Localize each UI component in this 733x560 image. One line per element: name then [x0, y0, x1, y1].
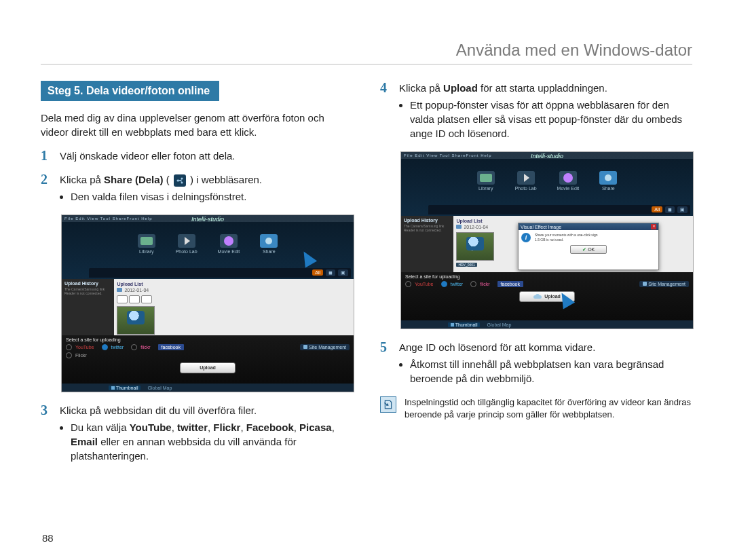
upload-history-label: Upload History	[64, 281, 111, 286]
svc-flickr: flickr	[138, 345, 152, 350]
info-dialog: Visual Effect Image× i Share your moment…	[518, 223, 659, 270]
svc-twitter: twitter	[109, 345, 126, 350]
nav-movie-edit: Movie Edit	[557, 186, 580, 191]
nav-library: Library	[139, 249, 153, 254]
nav-photolab: Photo Lab	[515, 186, 537, 191]
mock-app-title: Intelli-studio	[191, 216, 224, 223]
b-youtube: YouTube	[130, 422, 172, 433]
step-2: 2 Klicka på Share (Dela) ( ) i webbläsar…	[41, 172, 353, 205]
upload-history-label: Upload History	[404, 218, 451, 223]
library-icon	[138, 234, 155, 248]
photolab-icon	[178, 234, 195, 248]
step-text: Välj önskade videor eller foton att dela…	[60, 149, 353, 163]
screenshot-share-window: File Edit View Tool ShareFront Help Inte…	[61, 214, 354, 392]
step-5: 5 Ange ID och lösenord för att komma vid…	[380, 340, 692, 387]
step-text-pre: Klicka på	[399, 82, 443, 94]
footer-thumbnail: Thumbnail	[116, 386, 138, 390]
upload-list-label: Upload List	[117, 282, 351, 286]
ok-button: OK	[570, 245, 607, 254]
upload-button: Upload	[180, 362, 236, 373]
screenshot-upload-popup: File Edit View Tool ShareFront Help Inte…	[400, 151, 694, 329]
intro-text: Dela med dig av dina upplevelser genom a…	[41, 111, 353, 139]
share-bold: Share (Dela)	[104, 174, 164, 185]
chip-icon: ▣	[338, 269, 348, 276]
step-3: 3 Klicka på webbsidan dit du vill överfö…	[41, 403, 353, 464]
photolab-icon	[517, 171, 535, 185]
file-name-chip: HDV_0001	[456, 263, 476, 267]
chip-icon: ◼	[665, 206, 675, 213]
page-title: Använda med en Windows-dator	[41, 41, 692, 64]
footer-thumbnail: Thumbnail	[455, 322, 478, 327]
close-icon: ×	[651, 224, 656, 229]
chip-all: All	[652, 206, 662, 212]
nav-share-icon	[260, 234, 278, 248]
footer-global-map: Global Map	[147, 386, 172, 390]
step-5-bullet: Åtkomst till innehåll på webbplatsen kan…	[410, 357, 692, 386]
chip-all: All	[312, 269, 323, 276]
nav-library: Library	[478, 186, 493, 191]
play-overlay-icon	[472, 242, 478, 251]
upload-bold: Upload	[443, 82, 478, 94]
svc-flickr: flickr	[478, 282, 491, 286]
movie-edit-icon	[220, 234, 238, 248]
mock-app-title: Intelli-studio	[531, 153, 563, 160]
b-picasa: Picasa	[299, 422, 332, 433]
page-number: 88	[42, 532, 54, 544]
video-thumbnail	[117, 306, 155, 335]
step-text: Klicka på webbsidan dit du vill överföra…	[60, 405, 257, 416]
cloud-icon	[533, 294, 542, 299]
movie-edit-icon	[559, 171, 577, 185]
b-twitter: twitter	[177, 422, 208, 433]
nav-share: Share	[602, 186, 615, 191]
step-text-post: för att starta uppladdningen.	[478, 82, 607, 94]
b-email: Email	[71, 436, 98, 447]
date-folder: 2012-01-04	[464, 225, 488, 229]
step-number: 3	[41, 403, 52, 464]
date-folder: 2012-01-04	[124, 288, 149, 293]
step-text-post: ) i webbläsaren.	[190, 174, 262, 185]
select-site-label: Select a site for uploading	[66, 337, 350, 342]
share-icon	[174, 174, 186, 187]
dialog-line1: Share your moments with a one-click sign	[535, 233, 598, 237]
step-4-bullet: Ett popup-fönster visas för att öppna we…	[410, 98, 692, 141]
site-management-button: Site Management	[639, 281, 689, 287]
note-icon	[380, 396, 396, 413]
dialog-title: Visual Effect Image	[521, 224, 561, 230]
svc-facebook: facebook	[497, 281, 523, 287]
bullet-pre: Du kan välja	[71, 422, 130, 433]
nav-photolab: Photo Lab	[176, 249, 198, 254]
bullet-post: eller en annan webbsida du vill använda …	[71, 436, 297, 462]
step-1: 1 Välj önskade videor eller foton att de…	[41, 149, 353, 163]
info-icon: i	[521, 233, 531, 242]
site-management-button: Site Management	[300, 344, 350, 350]
step-text-pre: Klicka på	[60, 174, 104, 185]
chip-icon: ◼	[326, 269, 335, 276]
step-text-mid: (	[166, 174, 170, 185]
b-facebook: Facebook	[246, 422, 294, 433]
nav-share-icon	[599, 171, 617, 185]
svc-facebook: facebook	[158, 344, 184, 350]
svc-twitter: twitter	[449, 282, 466, 286]
svg-point-2	[181, 182, 183, 184]
dialog-line2: 1.5 GB is not used.	[535, 238, 564, 242]
step-number: 2	[41, 172, 52, 205]
library-icon	[477, 171, 495, 185]
video-thumbnail	[456, 232, 494, 261]
step-number: 5	[380, 340, 391, 387]
svc-flickr-2: Flickr	[73, 353, 89, 358]
svg-point-1	[181, 178, 183, 180]
footer-global-map: Global Map	[487, 322, 511, 327]
step-4: 4 Klicka på Upload för att starta upplad…	[380, 81, 692, 142]
nav-movie-edit: Movie Edit	[218, 249, 240, 254]
svc-youtube: YouTube	[413, 282, 436, 286]
step-5-label: Steg 5. Dela videor/foton online	[41, 81, 219, 101]
step-number: 1	[41, 149, 52, 163]
select-site-label: Select a site for uploading	[405, 274, 689, 279]
step-text: Ange ID och lösenord för att komma vidar…	[399, 341, 595, 353]
note-box: Inspelningstid och tillgänglig kapacitet…	[380, 396, 692, 421]
step-number: 4	[380, 81, 391, 142]
b-flickr: Flickr	[213, 422, 240, 433]
chip-icon: ▣	[677, 206, 688, 213]
side-body-text: The Camera/Samsung link Reader is not co…	[64, 287, 111, 296]
note-text: Inspelningstid och tillgänglig kapacitet…	[405, 396, 692, 421]
